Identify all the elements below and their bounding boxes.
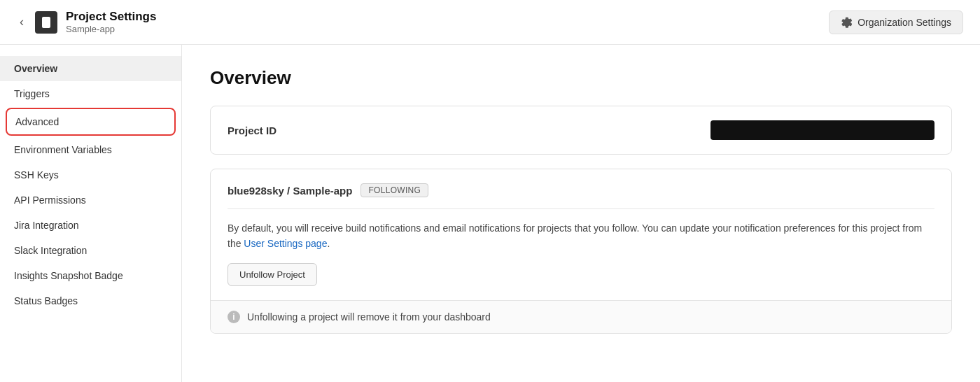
main-content: Overview Project ID blue928sky / Sample-…	[182, 45, 980, 382]
org-settings-label: Organization Settings	[858, 17, 951, 28]
project-id-row: Project ID	[211, 106, 951, 154]
page-title: Overview	[210, 67, 952, 89]
sidebar: Overview Triggers Advanced Environment V…	[0, 45, 182, 382]
sidebar-item-advanced[interactable]: Advanced	[6, 108, 176, 136]
header-left: ‹ Project Settings Sample-app	[17, 10, 156, 34]
info-bar: i Unfollowing a project will remove it f…	[211, 300, 951, 333]
project-icon-inner	[42, 17, 50, 28]
org-settings-button[interactable]: Organization Settings	[829, 10, 963, 34]
unfollow-project-button[interactable]: Unfollow Project	[227, 263, 317, 286]
sidebar-item-triggers[interactable]: Triggers	[0, 81, 181, 106]
follow-header: blue928sky / Sample-app FOLLOWING	[227, 183, 934, 197]
info-icon: i	[227, 311, 240, 323]
follow-card-inner: blue928sky / Sample-app FOLLOWING By def…	[211, 169, 951, 300]
sidebar-item-ssh-keys[interactable]: SSH Keys	[0, 162, 181, 188]
follow-description: By default, you will receive build notif…	[227, 220, 934, 252]
sidebar-item-status-badges[interactable]: Status Badges	[0, 288, 181, 313]
project-icon	[35, 11, 57, 34]
sidebar-item-slack-integration[interactable]: Slack Integration	[0, 238, 181, 263]
follow-project-name: blue928sky / Sample-app	[227, 185, 352, 197]
sidebar-item-api-permissions[interactable]: API Permissions	[0, 188, 181, 213]
follow-description-part1: By default, you will receive build notif…	[227, 222, 922, 249]
sidebar-item-environment-variables[interactable]: Environment Variables	[0, 137, 181, 162]
follow-divider	[227, 208, 934, 209]
user-settings-link[interactable]: User Settings page	[244, 238, 327, 249]
project-subtitle: Sample-app	[66, 24, 156, 34]
project-title-main: Project Settings	[66, 10, 156, 24]
main-layout: Overview Triggers Advanced Environment V…	[0, 45, 980, 382]
project-id-label: Project ID	[227, 125, 276, 136]
project-id-value	[710, 120, 934, 140]
sidebar-item-overview[interactable]: Overview	[0, 56, 181, 81]
project-id-card: Project ID	[210, 106, 952, 155]
back-button[interactable]: ‹	[17, 12, 27, 32]
gear-icon	[841, 17, 852, 28]
following-badge: FOLLOWING	[360, 183, 428, 197]
follow-card: blue928sky / Sample-app FOLLOWING By def…	[210, 169, 952, 334]
info-message: Unfollowing a project will remove it fro…	[247, 311, 491, 323]
sidebar-item-jira-integration[interactable]: Jira Integration	[0, 213, 181, 238]
follow-description-part2: .	[327, 238, 330, 249]
page-header: ‹ Project Settings Sample-app Organizati…	[0, 0, 980, 45]
project-title: Project Settings Sample-app	[66, 10, 156, 34]
sidebar-item-insights-snapshot-badge[interactable]: Insights Snapshot Badge	[0, 263, 181, 288]
